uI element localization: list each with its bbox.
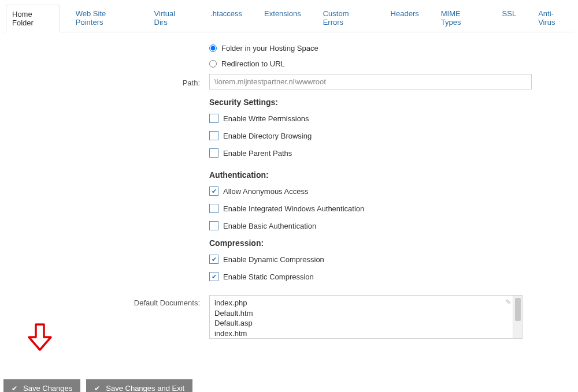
checkbox-write-permissions[interactable] [209,114,218,123]
save-changes-exit-button[interactable]: ✔ Save Changes and Exit [86,379,192,392]
checkbox-windows-auth[interactable] [209,204,218,213]
save-changes-button[interactable]: ✔ Save Changes [3,379,80,392]
checkbox-label: Enable Static Compression [223,272,314,281]
tab-home-folder[interactable]: Home Folder [6,5,60,32]
scrollbar-thumb[interactable] [515,298,521,321]
tab-ssl[interactable]: SSL [497,5,523,32]
checkbox-label: Enable Integrated Windows Authentication [223,204,364,213]
checkbox-label: Enable Parent Paths [223,149,292,158]
checkbox-label: Enable Directory Browsing [223,132,312,140]
tab-mime-types[interactable]: MIME Types [435,5,486,32]
checkbox-label: Enable Basic Authentication [223,222,316,230]
checkbox-parent-paths[interactable] [209,148,218,158]
default-documents-text: index.php Default.htm Default.asp index.… [210,296,522,339]
checkbox-label: Enable Dynamic Compression [223,255,324,264]
checkbox-label: Allow Anonymous Access [223,187,308,196]
checkbox-anonymous-access[interactable] [209,186,218,196]
radio-redirection-url[interactable] [209,60,217,68]
button-label: Save Changes and Exit [106,384,184,392]
checkbox-dynamic-compression[interactable] [209,255,218,264]
path-input[interactable] [209,74,532,89]
tab-bar: Home Folder Web Site Pointers Virtual Di… [3,5,575,32]
radio-folder-label: Folder in your Hosting Space [221,44,318,53]
compression-heading: Compression: [209,238,526,248]
tab-virtual-dirs[interactable]: Virtual Dirs [149,5,195,32]
tab-extensions[interactable]: Extensions [258,5,307,32]
check-icon: ✔ [94,384,100,393]
action-bar: ✔ Save Changes ✔ Save Changes and Exit [3,379,575,392]
security-heading: Security Settings: [209,98,526,107]
radio-folder-in-space[interactable] [209,44,217,52]
checkbox-label: Enable Write Permissions [223,114,309,123]
radio-redirect-label: Redirection to URL [221,59,285,68]
path-label: Path: [3,77,209,87]
tab-web-site-pointers[interactable]: Web Site Pointers [70,5,138,32]
auth-heading: Authentication: [209,170,526,180]
default-documents-label: Default Documents: [3,295,209,307]
tab-content-home-folder: Folder in your Hosting Space Redirection… [3,32,575,356]
button-label: Save Changes [23,384,72,392]
default-documents-box[interactable]: index.php Default.htm Default.asp index.… [209,295,523,339]
tab-custom-errors[interactable]: Custom Errors [317,5,375,32]
tab-anti-virus[interactable]: Anti-Virus [532,5,575,32]
tab-htaccess[interactable]: .htaccess [205,5,248,32]
edit-icon[interactable]: ✎ [505,298,512,307]
checkbox-basic-auth[interactable] [209,221,218,230]
checkbox-static-compression[interactable] [209,272,218,281]
scrollbar[interactable] [513,296,522,338]
tab-headers[interactable]: Headers [385,5,425,32]
checkbox-directory-browsing[interactable] [209,131,218,140]
check-icon: ✔ [12,384,17,393]
